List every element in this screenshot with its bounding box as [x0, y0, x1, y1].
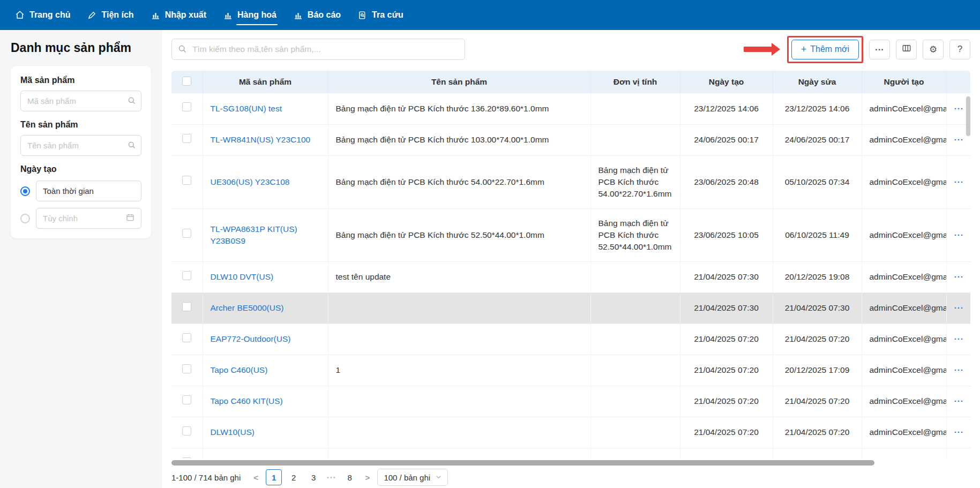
- product-code-link[interactable]: TL-WPA8631P KIT(US) Y23B0S9: [211, 224, 297, 245]
- table-row[interactable]: EAP772-Outdoor(US) 21/04/2025 07:20 21/0…: [171, 324, 970, 355]
- settings-button[interactable]: ⚙: [923, 40, 944, 59]
- row-checkbox[interactable]: [182, 271, 191, 280]
- product-unit-cell: [590, 292, 680, 324]
- table-row[interactable]: Tapo C460(US) 1 21/04/2025 07:20 20/12/2…: [171, 355, 970, 386]
- row-actions-button[interactable]: ···: [954, 396, 964, 406]
- select-all-checkbox[interactable]: [182, 77, 191, 86]
- column-header-code[interactable]: Mã sản phẩm: [203, 71, 328, 93]
- product-code-filter-input[interactable]: [20, 91, 141, 111]
- radio-unselected-icon[interactable]: [20, 214, 30, 223]
- column-header-creator[interactable]: Người tạo: [862, 71, 946, 93]
- pagination-next-button[interactable]: >: [362, 473, 374, 482]
- pagination-page-8[interactable]: 8: [342, 469, 358, 485]
- product-code-link[interactable]: DLW10(US): [211, 427, 255, 437]
- product-name-cell: [328, 417, 590, 448]
- pen-icon: [87, 11, 96, 20]
- calendar-icon: [126, 213, 134, 223]
- modified-date-cell: 06/10/2025 11:49: [773, 208, 862, 261]
- vertical-scrollbar-thumb[interactable]: [966, 96, 970, 136]
- date-all-time-field[interactable]: Toàn thời gian: [36, 181, 141, 201]
- table-row[interactable]: Archer BE5000(US) 21/04/2025 07:30 21/04…: [171, 292, 970, 324]
- nav-item-label: Hàng hoá: [237, 10, 276, 20]
- product-code-link[interactable]: Tapo C460 KIT(US): [211, 396, 283, 406]
- row-checkbox[interactable]: [182, 395, 191, 404]
- filter-sidebar: Danh mục sản phẩm Mã sản phẩm Tên sản ph…: [0, 30, 162, 488]
- row-checkbox[interactable]: [182, 134, 191, 143]
- table-row[interactable]: DLW10 DVT(US) test tên update 21/04/2025…: [171, 261, 970, 292]
- more-actions-button[interactable]: ...: [869, 40, 890, 59]
- date-custom-option[interactable]: Tùy chỉnh: [20, 208, 141, 229]
- date-all-time-label: Toàn thời gian: [43, 186, 94, 196]
- row-actions-button[interactable]: ···: [954, 365, 964, 374]
- creator-cell: adminCoExcel@gma: [862, 124, 946, 155]
- row-actions-button[interactable]: ···: [954, 303, 964, 312]
- row-actions-button[interactable]: ···: [954, 135, 964, 144]
- search-icon: [128, 141, 136, 152]
- pagination-page-2[interactable]: 2: [286, 469, 302, 485]
- table-row[interactable]: TL-WPA8631P KIT(US) Y23B0S9 Bảng mạch đi…: [171, 208, 970, 261]
- nav-item-tra-cuu[interactable]: Tra cứu: [349, 0, 412, 30]
- table-row[interactable]: UE306(US) Y23C108 Bảng mạch điện tử PCB …: [171, 155, 970, 208]
- horizontal-scrollbar-thumb[interactable]: [171, 460, 874, 466]
- nav-item-nhap-xuat[interactable]: Nhập xuất: [143, 0, 215, 30]
- products-table: Mã sản phẩm Tên sản phẩm Đơn vị tính Ngà…: [171, 71, 970, 459]
- column-header-created[interactable]: Ngày tạo: [680, 71, 773, 93]
- column-header-name[interactable]: Tên sản phẩm: [328, 71, 590, 93]
- row-checkbox[interactable]: [182, 302, 191, 311]
- product-code-link[interactable]: Tapo C460(US): [211, 365, 268, 374]
- page-size-select[interactable]: 100 / bản ghi: [377, 469, 448, 486]
- table-row[interactable]: Tapo C460 KIT(US) 21/04/2025 07:20 21/04…: [171, 386, 970, 417]
- column-header-modified[interactable]: Ngày sửa: [773, 71, 862, 93]
- table-row[interactable]: SX3032F(UN) 02/04/2025 12:28 02/04/2025 …: [171, 448, 970, 459]
- pagination-page-1[interactable]: 1: [266, 469, 282, 485]
- row-checkbox[interactable]: [182, 176, 191, 185]
- row-checkbox[interactable]: [182, 333, 191, 342]
- product-code-link[interactable]: Archer BE5000(US): [211, 303, 284, 312]
- nav-item-hang-hoa[interactable]: Hàng hoá: [215, 0, 285, 30]
- radio-selected-icon[interactable]: [20, 186, 30, 196]
- filter-card: Mã sản phẩm Tên sản phẩm Ngày tạo Toàn t…: [11, 66, 151, 238]
- row-actions-button[interactable]: ···: [954, 177, 964, 186]
- add-new-button[interactable]: + Thêm mới: [791, 40, 859, 59]
- product-code-link[interactable]: TL-WR841N(US) Y23C100: [211, 135, 311, 144]
- modified-date-cell: 20/12/2025 17:09: [773, 355, 862, 386]
- product-unit-cell: [590, 124, 680, 155]
- row-checkbox[interactable]: [182, 426, 191, 436]
- table-body: TL-SG108(UN) test Bảng mạch điện tử PCB …: [171, 93, 970, 459]
- row-checkbox[interactable]: [182, 457, 191, 459]
- product-code-link[interactable]: EAP772-Outdoor(US): [211, 334, 291, 343]
- row-actions-button[interactable]: ···: [954, 427, 964, 437]
- product-code-link[interactable]: DLW10 DVT(US): [211, 272, 274, 281]
- product-unit-cell: [590, 417, 680, 448]
- table-row[interactable]: DLW10(US) 21/04/2025 07:20 21/04/2025 07…: [171, 417, 970, 448]
- date-custom-field[interactable]: Tùy chỉnh: [36, 208, 141, 229]
- product-name-filter-input[interactable]: [20, 135, 141, 156]
- chevron-down-icon: [436, 474, 442, 481]
- pagination-page-3[interactable]: 3: [305, 469, 321, 485]
- row-actions-button[interactable]: ···: [954, 104, 964, 113]
- modified-date-cell: 20/12/2025 19:08: [773, 261, 862, 292]
- help-button[interactable]: ?: [949, 40, 970, 59]
- pagination-ellipsis[interactable]: •••: [325, 474, 338, 481]
- page-size-label: 100 / bản ghi: [384, 473, 430, 482]
- row-actions-button[interactable]: ···: [954, 230, 964, 239]
- product-code-link[interactable]: UE306(US) Y23C108: [211, 177, 290, 186]
- nav-item-tien-ich[interactable]: Tiện ích: [79, 0, 142, 30]
- row-actions-button[interactable]: ···: [954, 272, 964, 281]
- row-checkbox[interactable]: [182, 229, 191, 238]
- table-row[interactable]: TL-SG108(UN) test Bảng mạch điện tử PCB …: [171, 93, 970, 124]
- modified-date-cell: 23/12/2025 14:06: [773, 93, 862, 124]
- nav-item-bao-cao[interactable]: Báo cáo: [285, 0, 349, 30]
- product-code-link[interactable]: TL-SG108(UN) test: [211, 104, 282, 113]
- row-checkbox[interactable]: [182, 102, 191, 111]
- row-checkbox[interactable]: [182, 364, 191, 373]
- column-header-unit[interactable]: Đơn vị tính: [590, 71, 680, 93]
- row-actions-button[interactable]: ···: [954, 334, 964, 343]
- column-settings-button[interactable]: [896, 40, 917, 59]
- table-row[interactable]: TL-WR841N(US) Y23C100 Bảng mạch điện tử …: [171, 124, 970, 155]
- date-all-time-option[interactable]: Toàn thời gian: [20, 181, 141, 201]
- pagination-prev-button[interactable]: <: [250, 473, 262, 482]
- horizontal-scrollbar[interactable]: [171, 460, 970, 467]
- table-search-input[interactable]: [171, 39, 465, 60]
- nav-item-trang-chu[interactable]: Trang chủ: [6, 0, 79, 30]
